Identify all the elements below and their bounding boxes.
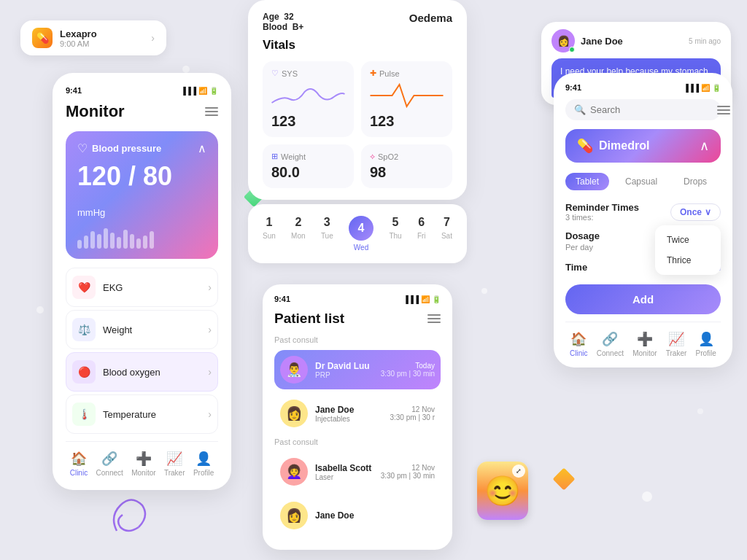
- patient-jane-doe-2[interactable]: 👩 Jane Doe: [274, 496, 441, 535]
- dr-david-avatar: 👨‍⚕️: [280, 356, 308, 384]
- reminder-dropdown-menu: Twice Thrice: [655, 225, 721, 275]
- jane-doe-2-details: Jane Doe: [315, 510, 435, 521]
- med-bottom-nav: 🏠 Clinic 🔗 Connect ➕ Monitor 📈 Traker 👤 …: [565, 322, 721, 357]
- add-button[interactable]: Add: [565, 284, 721, 314]
- temperature-chevron: ›: [208, 408, 212, 420]
- patient-photo-thumbnail: 😊 ⤢: [477, 462, 528, 520]
- past-consult-label-2: Past consult: [274, 438, 441, 446]
- cal-day-wed[interactable]: 4 Wed: [349, 216, 374, 252]
- patient-list-phone: 9:41 ▐▐▐📶🔋 Patient list Past consult 👨‍⚕…: [263, 284, 452, 550]
- calendar-strip: 1 Sun 2 Mon 3 Tue 4 Wed 5 Thu 6 Fri 7 Sa…: [248, 204, 467, 263]
- reminder-count: 3 times:: [565, 213, 639, 222]
- cal-day-thu[interactable]: 5 Thu: [389, 216, 401, 252]
- patient-header: Age 32 Blood B+ Oedema: [263, 12, 452, 32]
- blood-pressure-card[interactable]: ♡ Blood pressure ∧ 120 / 80 mmHg: [66, 131, 218, 259]
- blood-oxygen-chevron: ›: [208, 366, 212, 378]
- calendar-days: 1 Sun 2 Mon 3 Tue 4 Wed 5 Thu 6 Fri 7 Sa…: [263, 216, 452, 252]
- status-time: 9:41: [66, 86, 82, 95]
- search-bar[interactable]: 🔍: [565, 99, 721, 120]
- monitor-title: Monitor: [66, 102, 125, 121]
- nav-clinic[interactable]: 🏠 Clinic: [70, 451, 88, 477]
- patient-list-title: Patient list: [274, 311, 344, 327]
- menu-button[interactable]: [205, 107, 218, 116]
- lexapro-icon: 💊: [32, 28, 53, 48]
- cal-day-tue[interactable]: 3 Tue: [321, 216, 333, 252]
- vitals-grid: ♡ SYS 123 ✚ Pulse 123 ⊞ Weight: [263, 61, 452, 188]
- pulse-value: 123: [370, 113, 444, 130]
- temperature-item[interactable]: 🌡️ Temperature ›: [66, 394, 218, 434]
- spo2-value: 98: [370, 164, 444, 181]
- bp-value: 120 / 80 mmHg: [77, 161, 206, 222]
- medication-phone: 9:41 ▐▐▐📶🔋 🔍 💊 Dimedrol ∧ Tablet Capsual…: [554, 73, 732, 368]
- spo2-label: ⟡ SpO2: [370, 152, 444, 161]
- dropdown-chevron-icon: ∨: [705, 207, 711, 217]
- pulse-box: ✚ Pulse 123: [361, 61, 452, 137]
- once-dropdown[interactable]: Once ∨: [670, 203, 721, 221]
- med-card-left: 💊 Dimedrol: [577, 138, 649, 154]
- cal-day-fri[interactable]: 6 Fri: [417, 216, 426, 252]
- jane-doe-1-avatar: 👩: [280, 400, 308, 427]
- weight-item[interactable]: ⚖️ Weight ›: [66, 310, 218, 349]
- expand-photo-button[interactable]: ⤢: [512, 464, 525, 478]
- tab-drops[interactable]: Drops: [673, 173, 717, 190]
- cal-day-sat[interactable]: 7 Sat: [441, 216, 452, 252]
- cal-day-mon[interactable]: 2 Mon: [291, 216, 305, 252]
- patient-name: Oedema: [409, 12, 452, 31]
- med-tabs: Tablet Capsual Drops: [565, 173, 721, 190]
- search-input[interactable]: [590, 104, 713, 115]
- once-dropdown-value: Once: [680, 207, 702, 217]
- time-label: Time: [565, 262, 587, 273]
- reminder-dropdown-container: Once ∨ Twice Thrice: [670, 203, 721, 221]
- patient-status-bar: 9:41 ▐▐▐📶🔋: [274, 295, 441, 303]
- blood-oxygen-item[interactable]: 🔴 Blood oxygen ›: [66, 352, 218, 392]
- monitor-header: Monitor: [66, 102, 218, 121]
- tab-capsual[interactable]: Capsual: [615, 173, 667, 190]
- nav-monitor[interactable]: ➕ Monitor: [131, 451, 155, 477]
- cal-day-sun[interactable]: 1 Sun: [263, 216, 276, 252]
- isabella-name: Isabella Scott: [315, 463, 374, 473]
- online-indicator: [569, 47, 575, 52]
- tab-tablet[interactable]: Tablet: [565, 173, 609, 190]
- weight-icon: ⚖️: [72, 318, 96, 341]
- ekg-label: EKG: [103, 282, 123, 293]
- option-twice[interactable]: Twice: [655, 230, 721, 250]
- dr-david-details: Dr David Luu PRP: [315, 361, 374, 379]
- patient-menu-button[interactable]: [427, 314, 441, 323]
- status-icons: ▐▐▐📶🔋: [181, 87, 218, 95]
- bp-title: Blood pressure: [92, 143, 161, 154]
- dr-david-time-info: Today 3:30 pm | 30 min: [381, 362, 435, 378]
- jane-doe-1-time-info: 12 Nov 3:30 pm | 30 r: [390, 405, 435, 421]
- jane-doe-1-date: 12 Nov: [390, 405, 435, 413]
- med-nav-profile[interactable]: 👤 Profile: [696, 331, 716, 357]
- patient-dr-david[interactable]: 👨‍⚕️ Dr David Luu PRP Today 3:30 pm | 30…: [274, 350, 441, 389]
- option-thrice[interactable]: Thrice: [655, 250, 721, 271]
- patient-jane-doe-1[interactable]: 👩 Jane Doe Injectables 12 Nov 3:30 pm | …: [274, 394, 441, 433]
- med-nav-monitor[interactable]: ➕ Monitor: [632, 331, 657, 357]
- weight-label-v: ⊞ Weight: [271, 152, 345, 161]
- med-status-bar: 9:41 ▐▐▐📶🔋: [565, 83, 721, 92]
- med-nav-clinic[interactable]: 🏠 Clinic: [570, 331, 587, 357]
- dr-david-name: Dr David Luu: [315, 361, 374, 371]
- nav-profile[interactable]: 👤 Profile: [193, 451, 214, 477]
- med-nav-connect[interactable]: 🔗 Connect: [597, 331, 624, 357]
- chat-avatar: 👩: [551, 29, 575, 52]
- patient-isabella[interactable]: 👩‍🦱 Isabella Scott Laser 12 Nov 3:30 pm …: [274, 452, 441, 491]
- ekg-icon: ❤️: [72, 276, 96, 299]
- lexapro-chevron[interactable]: ›: [151, 32, 155, 44]
- bp-collapse[interactable]: ∧: [198, 141, 206, 155]
- jane-doe-1-sub: Injectables: [315, 415, 382, 423]
- search-icon: 🔍: [574, 104, 586, 115]
- ekg-item[interactable]: ❤️ EKG ›: [66, 268, 218, 307]
- nav-traker[interactable]: 📈 Traker: [164, 451, 185, 477]
- isabella-sub: Laser: [315, 473, 374, 481]
- temperature-label: Temperature: [103, 409, 156, 420]
- search-menu-button[interactable]: [717, 106, 730, 114]
- blood-oxygen-label: Blood oxygen: [103, 367, 160, 378]
- nav-connect[interactable]: 🔗 Connect: [96, 451, 123, 477]
- isabella-details: Isabella Scott Laser: [315, 463, 374, 481]
- weight-value: 80.0: [271, 164, 345, 181]
- past-consult-label-1: Past consult: [274, 335, 441, 344]
- med-nav-traker[interactable]: 📈 Traker: [666, 331, 687, 357]
- med-collapse-button[interactable]: ∧: [700, 138, 709, 154]
- isabella-duration: 3:30 pm | 30 min: [381, 472, 435, 480]
